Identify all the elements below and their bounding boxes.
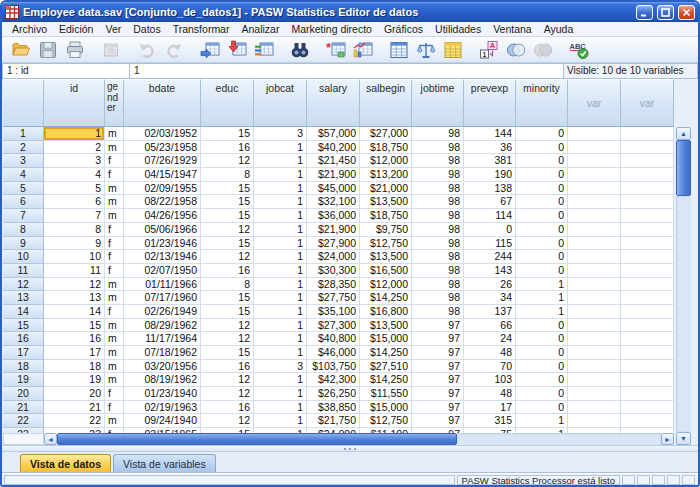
menu-ventana[interactable]: Ventana — [487, 22, 538, 36]
cell-prevexp[interactable]: 48 — [464, 346, 516, 360]
insert-cases-button[interactable]: * — [322, 38, 349, 62]
cell-var2[interactable] — [621, 250, 674, 264]
cell-salbegin[interactable]: $21,000 — [360, 182, 412, 196]
cell-salary[interactable]: $27,300 — [307, 319, 360, 333]
cell-jobtime[interactable]: 98 — [412, 291, 464, 305]
cell-educ[interactable]: 12 — [201, 223, 254, 237]
cell-id[interactable]: 21 — [44, 401, 105, 415]
pane-splitter[interactable] — [2, 445, 698, 452]
cell-minority[interactable]: 0 — [516, 250, 568, 264]
cell-minority[interactable]: 0 — [516, 209, 568, 223]
cell-var2[interactable] — [621, 291, 674, 305]
cell-jobtime[interactable]: 98 — [412, 195, 464, 209]
value-labels-button[interactable]: A1 — [475, 38, 502, 62]
cell-jobtime[interactable]: 98 — [412, 305, 464, 319]
cell-bdate[interactable]: 02/26/1949 — [124, 305, 201, 319]
row-number[interactable]: 20 — [3, 387, 44, 401]
cell-id[interactable]: 16 — [44, 332, 105, 346]
cell-salbegin[interactable]: $16,800 — [360, 305, 412, 319]
recall-dialogs-button[interactable] — [97, 38, 124, 62]
cell-salary[interactable]: $40,800 — [307, 332, 360, 346]
row-number[interactable]: 12 — [3, 278, 44, 292]
cell-gender[interactable]: f — [105, 237, 124, 251]
row-number[interactable]: 2 — [3, 141, 44, 155]
row-number[interactable]: 10 — [3, 250, 44, 264]
weight-cases-button[interactable] — [412, 38, 439, 62]
cell-prevexp[interactable]: 138 — [464, 182, 516, 196]
cell-jobtime[interactable]: 98 — [412, 223, 464, 237]
cell-prevexp[interactable]: 48 — [464, 387, 516, 401]
cell-minority[interactable]: 0 — [516, 264, 568, 278]
cell-jobcat[interactable]: 1 — [254, 401, 307, 415]
cell-minority[interactable]: 0 — [516, 127, 568, 141]
cell-gender[interactable]: f — [105, 264, 124, 278]
cell-var1[interactable] — [568, 264, 621, 278]
cell-var1[interactable] — [568, 141, 621, 155]
cell-salbegin[interactable]: $16,500 — [360, 264, 412, 278]
cell-bdate[interactable]: 05/23/1958 — [124, 141, 201, 155]
cell-jobcat[interactable]: 1 — [254, 264, 307, 278]
cell-prevexp[interactable]: 144 — [464, 127, 516, 141]
row-number[interactable]: 16 — [3, 332, 44, 346]
cell-var2[interactable] — [621, 414, 674, 428]
cell-prevexp[interactable]: 381 — [464, 154, 516, 168]
use-variable-sets-button[interactable] — [502, 38, 529, 62]
cell-minority[interactable]: 0 — [516, 195, 568, 209]
row-number[interactable]: 1 — [3, 127, 44, 141]
cell-minority[interactable]: 0 — [516, 373, 568, 387]
cell-salbegin[interactable]: $11,550 — [360, 387, 412, 401]
cell-id[interactable]: 11 — [44, 264, 105, 278]
column-header-jobtime[interactable]: jobtime — [412, 79, 464, 127]
menu-ayuda[interactable]: Ayuda — [538, 22, 580, 36]
cell-prevexp[interactable]: 26 — [464, 278, 516, 292]
cell-salary[interactable]: $103,750 — [307, 360, 360, 374]
cell-educ[interactable]: 12 — [201, 154, 254, 168]
cell-minority[interactable]: 0 — [516, 154, 568, 168]
cell-jobcat[interactable]: 1 — [254, 346, 307, 360]
cell-id[interactable]: 9 — [44, 237, 105, 251]
row-number[interactable]: 18 — [3, 360, 44, 374]
cell-var2[interactable] — [621, 195, 674, 209]
cell-educ[interactable]: 15 — [201, 291, 254, 305]
cell-var2[interactable] — [621, 319, 674, 333]
cell-bdate[interactable]: 02/13/1946 — [124, 250, 201, 264]
cell-minority[interactable]: 0 — [516, 237, 568, 251]
cell-bdate[interactable]: 09/24/1940 — [124, 414, 201, 428]
cell-salbegin[interactable]: $18,750 — [360, 141, 412, 155]
cell-id[interactable]: 19 — [44, 373, 105, 387]
cell-id[interactable]: 12 — [44, 278, 105, 292]
column-header-rownum[interactable] — [3, 79, 44, 127]
cell-jobtime[interactable]: 98 — [412, 278, 464, 292]
cell-gender[interactable]: m — [105, 195, 124, 209]
cell-salbegin[interactable]: $13,500 — [360, 195, 412, 209]
cell-minority[interactable]: 0 — [516, 319, 568, 333]
cell-var2[interactable] — [621, 278, 674, 292]
cell-id[interactable]: 3 — [44, 154, 105, 168]
cell-salbegin[interactable]: $27,000 — [360, 127, 412, 141]
cell-salbegin[interactable]: $12,000 — [360, 154, 412, 168]
row-number[interactable]: 8 — [3, 223, 44, 237]
cell-minority[interactable]: 0 — [516, 387, 568, 401]
cell-var1[interactable] — [568, 401, 621, 415]
cell-jobcat[interactable]: 1 — [254, 373, 307, 387]
cell-jobcat[interactable]: 1 — [254, 250, 307, 264]
cell-salbegin[interactable]: $12,750 — [360, 237, 412, 251]
cell-salbegin[interactable]: $14,250 — [360, 373, 412, 387]
cell-gender[interactable]: m — [105, 278, 124, 292]
cell-prevexp[interactable]: 103 — [464, 373, 516, 387]
row-number[interactable]: 11 — [3, 264, 44, 278]
cell-bdate[interactable]: 02/07/1950 — [124, 264, 201, 278]
cell-educ[interactable]: 12 — [201, 414, 254, 428]
cell-gender[interactable]: m — [105, 319, 124, 333]
cell-jobtime[interactable]: 98 — [412, 141, 464, 155]
cell-gender[interactable]: m — [105, 209, 124, 223]
cell-salary[interactable]: $45,000 — [307, 182, 360, 196]
cell-educ[interactable]: 15 — [201, 182, 254, 196]
cell-minority[interactable]: 0 — [516, 332, 568, 346]
close-button[interactable] — [678, 5, 695, 20]
cell-prevexp[interactable]: 115 — [464, 237, 516, 251]
cell-gender[interactable]: m — [105, 291, 124, 305]
cell-id[interactable]: 6 — [44, 195, 105, 209]
cell-var2[interactable] — [621, 209, 674, 223]
cell-prevexp[interactable]: 143 — [464, 264, 516, 278]
